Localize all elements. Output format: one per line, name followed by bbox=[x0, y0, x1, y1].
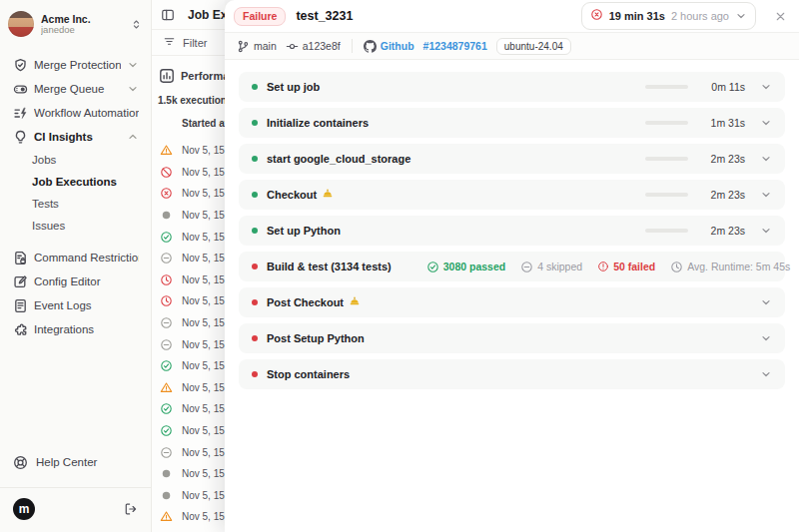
chevron-down-icon[interactable] bbox=[760, 225, 772, 237]
execution-row[interactable]: Nov 5, 15:2 bbox=[152, 269, 225, 291]
step-post-setup-python[interactable]: Post Setup Python bbox=[239, 323, 785, 353]
execution-row[interactable]: Nov 5, 15:2 bbox=[152, 290, 225, 312]
chevron-down-icon[interactable] bbox=[760, 153, 772, 165]
execution-row[interactable]: Nov 5, 15:2 bbox=[152, 248, 225, 269]
execution-rows: Nov 5, 15:2Nov 5, 15:2Nov 5, 15:2Nov 5, … bbox=[152, 140, 225, 528]
bell-icon bbox=[349, 295, 361, 309]
check-icon bbox=[426, 261, 439, 273]
sidebar-item-label: Merge Protections bbox=[34, 59, 121, 71]
execution-row[interactable]: Nov 5, 15:2 bbox=[152, 463, 225, 485]
step-set-up-job[interactable]: Set up job0m 11s bbox=[239, 72, 785, 102]
step-checkout[interactable]: Checkout2m 23s bbox=[239, 180, 785, 210]
ci-insights-icon bbox=[13, 130, 28, 145]
meta-divider bbox=[352, 39, 353, 53]
step-status-dot bbox=[252, 335, 258, 341]
started-at-sort-header[interactable]: Started at bbox=[152, 110, 225, 136]
badge-runtime: Avg. Runtime: 5m 45s bbox=[670, 261, 790, 273]
execution-row[interactable]: Nov 5, 15:2 bbox=[152, 377, 225, 399]
job-title: test_3231 bbox=[296, 9, 570, 23]
step-build-test-3134-tests[interactable]: Build & test (3134 tests)3080 passed4 sk… bbox=[239, 252, 785, 281]
org-switcher[interactable]: Acme Inc. janedoe bbox=[0, 9, 151, 39]
execution-row[interactable]: Nov 5, 15:2 bbox=[152, 333, 225, 355]
logout-icon[interactable] bbox=[124, 502, 138, 516]
sidebar-item-command-restrictions[interactable]: Command Restrictions bbox=[0, 246, 151, 269]
step-status-dot bbox=[252, 264, 258, 269]
step-name: Post Checkout bbox=[267, 295, 361, 309]
chart-icon bbox=[159, 68, 175, 84]
chevron-down-icon[interactable] bbox=[760, 332, 772, 344]
step-name: Checkout bbox=[267, 188, 334, 202]
chevron-down-icon[interactable] bbox=[760, 81, 772, 93]
close-icon[interactable] bbox=[774, 10, 787, 23]
sidebar-item-merge-protections[interactable]: Merge Protections bbox=[0, 53, 151, 77]
sidebar-item-event-logs[interactable]: Event Logs bbox=[0, 293, 151, 317]
step-set-up-python[interactable]: Set up Python2m 23s bbox=[239, 216, 785, 246]
execution-row[interactable]: Nov 5, 15:2 bbox=[152, 162, 225, 184]
execution-row[interactable]: Nov 5, 15:2 bbox=[152, 183, 225, 205]
config-editor-icon bbox=[13, 274, 28, 289]
execution-row[interactable]: Nov 5, 15:2 bbox=[152, 226, 225, 248]
branch-name: main bbox=[254, 40, 277, 52]
started-at-value: Nov 5, 15:2 bbox=[182, 360, 225, 371]
help-center-label: Help Center bbox=[36, 456, 97, 468]
status-minus-icon bbox=[160, 446, 173, 459]
help-center-link[interactable]: Help Center bbox=[0, 447, 151, 477]
duration-progress-bar bbox=[645, 193, 688, 197]
run-id-link[interactable]: #1234879761 bbox=[423, 40, 487, 52]
chevron-down-icon[interactable] bbox=[760, 189, 772, 201]
execution-row[interactable]: Nov 5, 15:2 bbox=[152, 140, 225, 162]
app: Acme Inc. janedoe Merge ProtectionsMerge… bbox=[0, 0, 799, 532]
sidebar-item-integrations[interactable]: Integrations bbox=[0, 317, 151, 341]
execution-row[interactable]: Nov 5, 15:2 bbox=[152, 485, 225, 507]
avatar bbox=[8, 11, 34, 37]
sidebar: Acme Inc. janedoe Merge ProtectionsMerge… bbox=[0, 0, 152, 532]
sidebar-item-job-executions[interactable]: Job Executions bbox=[0, 171, 151, 193]
status-minus-icon bbox=[160, 252, 173, 265]
step-status-dot bbox=[252, 371, 258, 377]
step-initialize-containers[interactable]: Initialize containers1m 31s bbox=[239, 108, 785, 138]
logo-letter: m bbox=[19, 502, 30, 516]
executions-count: 1.5k executions bbox=[152, 90, 225, 110]
sidebar-item-issues[interactable]: Issues bbox=[0, 215, 151, 237]
execution-row[interactable]: Nov 5, 15:2 bbox=[152, 312, 225, 334]
list-title: Job Executions bbox=[188, 8, 225, 22]
git-branch-icon bbox=[237, 40, 250, 53]
started-at-value: Nov 5, 15:2 bbox=[182, 490, 225, 501]
provider-link[interactable]: Github bbox=[364, 40, 414, 53]
sidebar-item-jobs[interactable]: Jobs bbox=[0, 149, 151, 171]
sidebar-item-workflow-automation[interactable]: Workflow Automation bbox=[0, 101, 151, 125]
execution-row[interactable]: Nov 5, 15:2 bbox=[152, 355, 225, 377]
execution-row[interactable]: Nov 5, 15:2 bbox=[152, 398, 225, 420]
status-check-icon bbox=[160, 231, 173, 244]
step-stop-containers[interactable]: Stop containers bbox=[239, 359, 785, 389]
execution-row[interactable]: Nov 5, 15:2 bbox=[152, 420, 225, 442]
chevron-down-icon[interactable] bbox=[760, 117, 772, 129]
sidebar-item-merge-queue[interactable]: Merge Queue bbox=[0, 77, 151, 101]
panel-toggle-icon[interactable] bbox=[161, 8, 175, 22]
alert-circle-icon bbox=[597, 261, 609, 272]
sidebar-item-config-editor[interactable]: Config Editor bbox=[0, 269, 151, 293]
chevron-down-icon[interactable] bbox=[760, 296, 772, 308]
mergify-logo[interactable]: m bbox=[13, 498, 35, 520]
execution-row[interactable]: Nov 5, 15:2 bbox=[152, 205, 225, 227]
sidebar-item-tests[interactable]: Tests bbox=[0, 193, 151, 215]
clock-icon bbox=[670, 261, 683, 273]
duration-progress-bar bbox=[645, 157, 688, 161]
chevron-updown-icon bbox=[130, 18, 143, 31]
execution-row[interactable]: Nov 5, 15:2 bbox=[152, 506, 225, 528]
detail-header: Failure test_3231 19 min 31s 2 hours ago bbox=[225, 0, 799, 33]
filter-icon bbox=[163, 35, 176, 50]
step-post-checkout[interactable]: Post Checkout bbox=[239, 287, 785, 317]
chevron-down-icon[interactable] bbox=[760, 368, 772, 380]
x-circle-icon bbox=[590, 7, 603, 25]
status-clock-icon bbox=[160, 294, 173, 307]
step-start-google-cloud-storage[interactable]: start google_cloud_storage2m 23s bbox=[239, 144, 785, 174]
execution-row[interactable]: Nov 5, 15:2 bbox=[152, 441, 225, 463]
duration-dropdown[interactable]: 19 min 31s 2 hours ago bbox=[581, 2, 756, 30]
filter-button[interactable]: Filter bbox=[152, 30, 225, 56]
test-result-badges: 3080 passed4 skipped50 failedAvg. Runtim… bbox=[426, 261, 791, 273]
sidebar-item-ci-insights[interactable]: CI Insights bbox=[0, 125, 151, 149]
status-check-icon bbox=[160, 424, 173, 437]
step-status-dot bbox=[252, 156, 258, 162]
performance-button[interactable]: Performance bbox=[152, 62, 225, 90]
